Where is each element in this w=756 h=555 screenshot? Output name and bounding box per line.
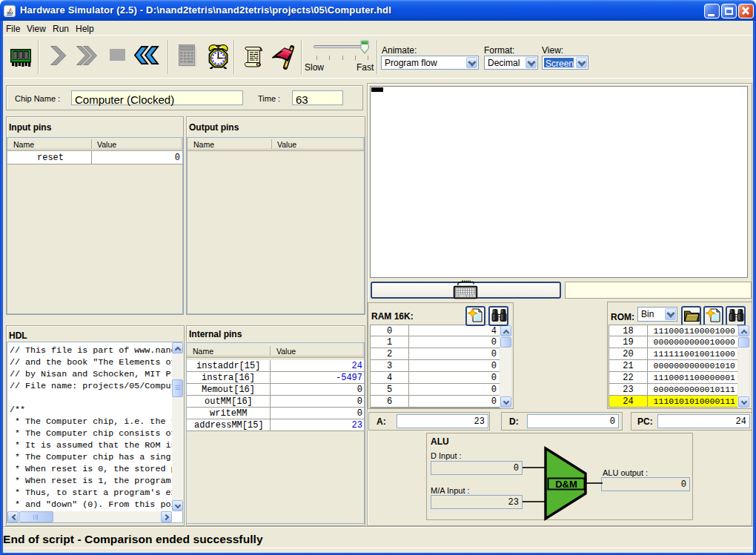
- svg-text:D&M: D&M: [555, 479, 577, 490]
